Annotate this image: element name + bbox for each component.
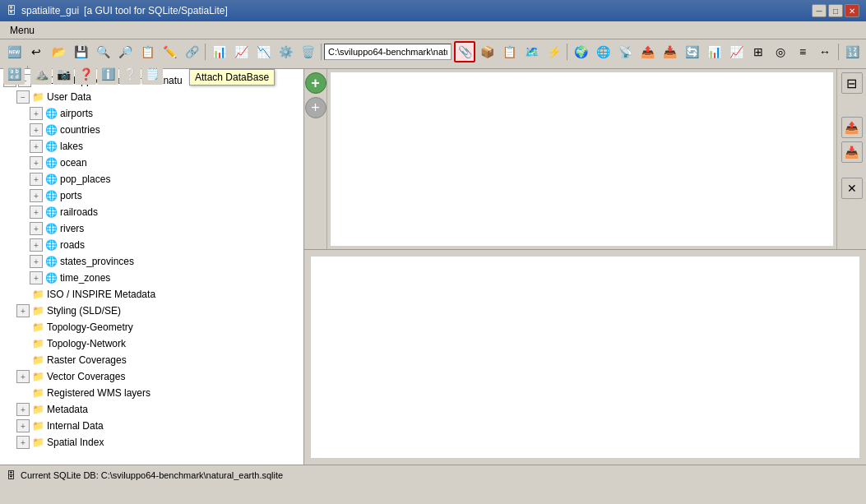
tree-node-rivers[interactable]: + 🌐 rivers [3,220,300,237]
app-subtitle: [a GUI tool for SQLite/SpatiaLite] [84,5,228,16]
toolbar-btn-28[interactable]: ◎ [770,41,791,62]
filter-button[interactable]: ⊟ [841,72,863,94]
toolbar-btn-27[interactable]: ⊞ [748,41,769,62]
toolbar-btn-15[interactable]: 📦 [476,41,498,62]
ports-label: ports [60,190,82,201]
toolbar-btn-38[interactable]: 🗒️ [141,63,163,85]
tree-node-ocean[interactable]: + 🌐 ocean [3,155,300,171]
tree-node-wms-layers[interactable]: 📁 Registered WMS layers [3,385,300,401]
menu-item-menu[interactable]: Menu [3,23,41,38]
toolbar-btn-18[interactable]: ⚡ [543,41,564,62]
wms-layers-icon: 📁 [31,386,44,400]
roads-expander[interactable]: + [30,238,43,252]
states-provinces-label: states_provinces [60,256,134,267]
internal-data-icon: 📁 [31,419,44,432]
vector-coverages-expander[interactable]: + [16,370,30,383]
toolbar-btn-3[interactable]: 📂 [48,41,69,62]
toolbar-btn-36[interactable]: ℹ️ [97,63,118,85]
toolbar-btn-32[interactable]: 🔡 [3,63,25,85]
tree-node-internal-data[interactable]: + 📁 Internal Data [3,418,300,434]
toolbar-btn-5[interactable]: 🔍 [92,41,113,62]
metadata-expander[interactable]: + [16,403,30,416]
tree-node-topology-network[interactable]: 📁 Topology-Network [3,335,300,352]
toolbar-btn-20[interactable]: 🌐 [592,41,614,62]
close-button[interactable]: ✕ [845,4,859,17]
ports-expander[interactable]: + [30,189,43,202]
toolbar-btn-8[interactable]: ✏️ [159,41,180,62]
close-panel-button[interactable]: ✕ [841,178,863,199]
toolbar-btn-11[interactable]: 📈 [230,41,252,62]
tree-node-metadata[interactable]: + 📁 Metadata [3,401,300,418]
tree-node-vector-coverages[interactable]: + 📁 Vector Coverages [3,368,300,385]
rivers-expander[interactable]: + [30,222,43,235]
ocean-expander[interactable]: + [30,156,43,169]
minimize-button[interactable]: ─ [812,4,827,17]
toolbar-btn-17[interactable]: 🗺️ [521,41,542,62]
tree-node-time-zones[interactable]: + 🌐 time_zones [3,270,300,286]
toolbar-btn-33[interactable]: ⛰️ [30,63,52,85]
toolbar-btn-12[interactable]: 📉 [252,41,274,62]
toolbar-btn-10[interactable]: 📊 [208,41,229,62]
airports-expander[interactable]: + [30,107,43,120]
toolbar-btn-31[interactable]: 🔢 [841,41,863,62]
map-zoom-btn[interactable]: + [305,72,326,94]
toolbar-btn-2[interactable]: ↩ [25,41,47,62]
toolbar-btn-6[interactable]: 🔎 [114,41,136,62]
attach-database-button[interactable]: 📎 [454,41,475,62]
toolbar-btn-26[interactable]: 📈 [725,41,747,62]
tree-node-styling[interactable]: + 📁 Styling (SLD/SE) [3,303,300,319]
toolbar-btn-34[interactable]: 📷 [53,63,74,85]
tree-node-airports[interactable]: + 🌐 airports [3,105,300,122]
toolbar-btn-37[interactable]: ❔ [119,63,141,85]
tree-node-iso-metadata[interactable]: 📁 ISO / INSPIRE Metadata [3,286,300,303]
tree-node-railroads[interactable]: + 🌐 railroads [3,204,300,220]
lakes-expander[interactable]: + [30,140,43,153]
tree-node-pop-places[interactable]: + 🌐 pop_places [3,171,300,187]
userdata-expander[interactable]: − [16,90,30,104]
toolbar-btn-7[interactable]: 📋 [137,41,158,62]
toolbar-btn-25[interactable]: 📊 [703,41,725,62]
toolbar-btn-4[interactable]: 💾 [70,41,91,62]
tree-node-raster-coverages[interactable]: 📁 Raster Coverages [3,352,300,368]
pop-places-expander[interactable]: + [30,173,43,186]
tree-node-countries[interactable]: + 🌐 countries [3,122,300,138]
railroads-label: railroads [60,206,98,218]
toolbar-btn-22[interactable]: 📤 [637,41,658,62]
countries-expander[interactable]: + [30,123,43,136]
metadata-icon: 📁 [31,403,44,416]
tree-node-ports[interactable]: + 🌐 ports [3,187,300,204]
status-bar: 🗄 Current SQLite DB: C:\sviluppo64-bench… [0,465,866,484]
styling-expander[interactable]: + [16,304,30,317]
tree-node-states-provinces[interactable]: + 🌐 states_provinces [3,253,300,270]
toolbar-btn-1[interactable]: 🆕 [3,41,25,62]
tree-node-topology-geometry[interactable]: 📁 Topology-Geometry [3,319,300,335]
countries-label: countries [60,124,100,136]
toolbar-btn-9[interactable]: 🔗 [181,41,202,62]
map-nav-btn2[interactable]: + [305,97,326,118]
toolbar-btn-13[interactable]: ⚙️ [275,41,296,62]
map-nav-left: + + [304,69,327,249]
tree-node-lakes[interactable]: + 🌐 lakes [3,138,300,155]
toolbar-btn-14[interactable]: 🗑️ [297,41,318,62]
tree-node-roads[interactable]: + 🌐 roads [3,237,300,253]
maximize-button[interactable]: □ [828,4,843,17]
export-button[interactable]: 📤 [841,117,863,138]
toolbar-btn-23[interactable]: 📥 [659,41,680,62]
time-zones-expander[interactable]: + [30,271,43,284]
address-input[interactable] [324,44,452,60]
tree-node-userdata[interactable]: − 📁 User Data [3,89,300,105]
toolbar-btn-30[interactable]: ↔ [814,41,836,62]
toolbar-btn-21[interactable]: 📡 [614,41,636,62]
internal-data-expander[interactable]: + [16,419,30,432]
tree-node-spatial-index[interactable]: + 📁 Spatial Index [3,434,300,451]
airports-icon: 🌐 [44,107,58,120]
toolbar-btn-16[interactable]: 📋 [498,41,520,62]
spatial-index-expander[interactable]: + [16,436,30,449]
toolbar-btn-29[interactable]: ≡ [792,41,813,62]
states-provinces-expander[interactable]: + [30,255,43,268]
import-button[interactable]: 📥 [841,141,863,163]
railroads-expander[interactable]: + [30,206,43,219]
toolbar-btn-19[interactable]: 🌍 [570,41,591,62]
toolbar-btn-24[interactable]: 🔄 [681,41,702,62]
toolbar-btn-35[interactable]: ❓ [75,63,96,85]
